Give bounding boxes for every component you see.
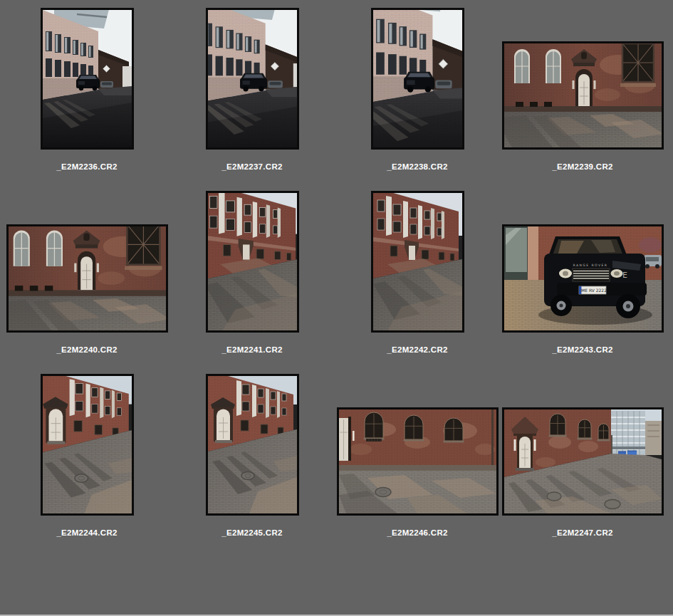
thumbnail-slot [169,374,335,516]
photo-street-suv [208,10,297,147]
file-cell: _E2M2236.CR2 [4,8,169,191]
thumbnail-slot [169,191,335,333]
photo-brick-facade [373,193,462,330]
photo-brick-facade [208,193,297,330]
file-cell: _E2M2242.CR2 [335,191,500,374]
parked-suv [240,73,267,92]
photo-thumbnail[interactable] [371,8,464,150]
file-cell: _E2M2246.CR2 [335,374,500,557]
parked-suv [76,75,100,90]
file-name-label[interactable]: _E2M2239.CR2 [552,162,612,172]
file-name-label[interactable]: _E2M2240.CR2 [56,345,117,355]
photo-thumbnail[interactable] [337,407,499,516]
thumbnail-slot [500,374,665,516]
thumbnail-slot: RANGE ROVER E ME RV 2222 [500,191,665,333]
photo-thumbnail[interactable] [206,8,299,150]
photo-brick-entrance [504,43,662,147]
svg-text:ME RV 2222: ME RV 2222 [581,288,607,293]
photo-thumbnail[interactable] [502,407,664,516]
file-cell: RANGE ROVER E ME RV 2222 _E2M2243.CR2 [500,191,665,374]
photo-brick-wall-cobbles [339,409,496,513]
thumbnail-slot [169,8,335,150]
photo-street-suv [373,10,462,147]
file-cell: _E2M2245.CR2 [169,374,335,557]
photo-thumbnail[interactable]: RANGE ROVER E ME RV 2222 [502,224,664,333]
photo-thumbnail[interactable] [41,8,134,150]
file-cell: _E2M2247.CR2 [500,374,665,557]
file-cell: _E2M2241.CR2 [169,191,335,374]
file-name-label[interactable]: _E2M2247.CR2 [552,528,612,538]
file-name-label[interactable]: _E2M2237.CR2 [221,162,282,172]
file-cell: _E2M2244.CR2 [4,374,169,557]
photo-brick-door-glass [504,409,662,513]
file-name-label[interactable]: _E2M2246.CR2 [387,528,447,538]
thumbnail-grid: _E2M2236.CR2 _E2M2237.CR2 [4,8,665,557]
photo-thumbnail[interactable] [6,224,168,333]
file-name-label[interactable]: _E2M2244.CR2 [56,528,117,538]
photo-range-rover: RANGE ROVER E ME RV 2222 [504,226,662,330]
thumbnail-slot [500,8,665,150]
parked-suv [404,72,434,93]
image-browser-window: { "window": { "background_color": "#6363… [0,0,673,616]
thumbnail-slot [335,8,500,150]
file-name-label[interactable]: _E2M2242.CR2 [387,345,447,355]
thumbnail-slot [4,8,169,150]
thumbnail-slot [335,191,500,333]
file-name-label[interactable]: _E2M2245.CR2 [221,528,282,538]
photo-brick-entrance [9,226,166,330]
file-cell: _E2M2240.CR2 [4,191,169,374]
photo-thumbnail[interactable] [206,374,299,516]
file-cell: _E2M2239.CR2 [500,8,665,191]
license-plate: ME RV 2222 [579,286,607,294]
photo-thumbnail[interactable] [41,374,134,516]
photo-thumbnail[interactable] [206,191,299,333]
photo-brick-door-street [43,376,132,513]
photo-thumbnail[interactable] [502,41,664,150]
photo-street-suv [43,10,132,147]
file-name-label[interactable]: _E2M2236.CR2 [56,162,117,172]
file-cell: _E2M2237.CR2 [169,8,335,191]
thumbnail-slot [4,191,169,333]
thumbnail-slot [335,374,500,516]
thumbnail-slot [4,374,169,516]
file-name-label[interactable]: _E2M2243.CR2 [552,345,612,355]
file-name-label[interactable]: _E2M2241.CR2 [221,345,282,355]
photo-thumbnail[interactable] [371,191,464,333]
file-name-label[interactable]: _E2M2238.CR2 [387,162,447,172]
photo-brick-door-street [208,376,297,513]
svg-text:E: E [622,271,627,280]
svg-text:RANGE ROVER: RANGE ROVER [573,263,607,267]
file-cell: _E2M2238.CR2 [335,8,500,191]
